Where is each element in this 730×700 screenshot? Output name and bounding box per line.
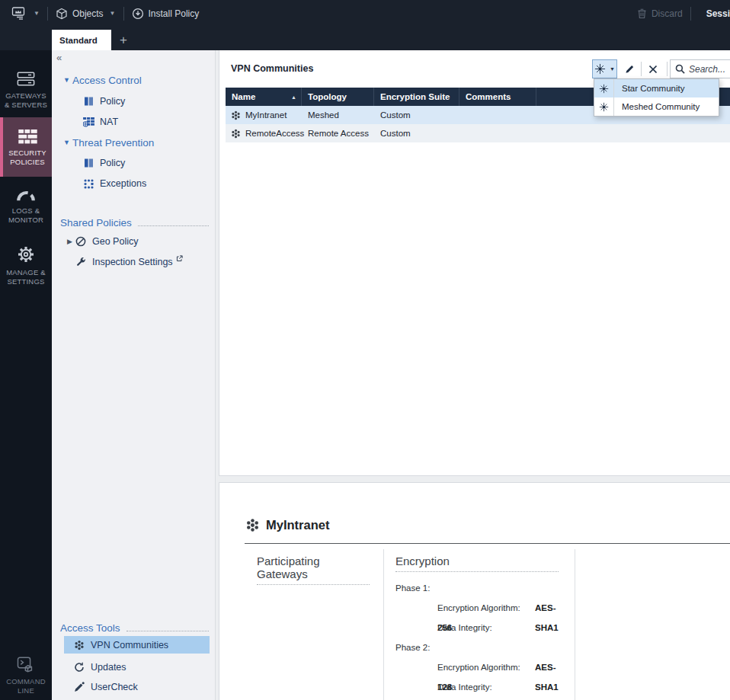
participating-gateways-section: Participating Gateways <box>257 555 371 585</box>
usercheck-icon <box>73 681 85 693</box>
tree-item-access-policy[interactable]: Policy <box>52 93 215 110</box>
smartconsole-window: ▼ Objects ▼ Install Policy <box>0 0 730 700</box>
tree-item-usercheck[interactable]: UserCheck <box>52 679 215 695</box>
geo-policy-icon <box>75 235 87 248</box>
policy-grid-icon <box>18 129 37 144</box>
wrench-icon <box>75 256 87 268</box>
sidebar-item-security-policies[interactable]: SECURITYPOLICIES <box>0 117 52 177</box>
chevron-down-icon: ▼ <box>610 66 615 72</box>
tree-section-label: Access Control <box>72 75 142 86</box>
section-header: Participating Gateways <box>257 555 370 585</box>
chevron-right-icon: ▶ <box>67 238 75 245</box>
new-tab-button[interactable]: + <box>115 30 132 50</box>
tree-item-geo-policy[interactable]: ▶ Geo Policy <box>52 233 215 250</box>
nat-grid-icon <box>82 116 94 128</box>
tree-item-updates[interactable]: Updates <box>52 659 215 676</box>
toolbar-divider <box>123 7 124 21</box>
gear-icon <box>17 245 35 264</box>
tree-item-label: Inspection Settings <box>92 257 173 267</box>
policy-nav-panel: « ▼ Access Control Policy <box>52 50 216 700</box>
tree-section-threat-prevention[interactable]: ▼ Threat Prevention <box>52 134 215 151</box>
install-policy-label: Install Policy <box>149 8 200 19</box>
cell-topology: Meshed <box>302 110 374 120</box>
servers-icon <box>16 71 36 87</box>
chevron-down-icon: ▼ <box>63 139 72 146</box>
data-integrity-row: Data Integrity:SHA1 <box>395 618 565 638</box>
tree-item-inspection-settings[interactable]: Inspection Settings <box>52 254 215 270</box>
sidebar-item-gateways-servers[interactable]: GATEWAYS& SERVERS <box>0 66 52 114</box>
top-menu-bar: ▼ Objects ▼ Install Policy <box>0 0 730 27</box>
sidebar-item-manage-settings[interactable]: MANAGE &SETTINGS <box>0 239 52 289</box>
tree-section-access-control[interactable]: ▼ Access Control <box>52 72 215 88</box>
tab-standard[interactable]: Standard <box>52 30 111 50</box>
star-community-icon <box>594 63 606 75</box>
tree-item-threat-policy[interactable]: Policy <box>52 155 215 171</box>
cell-name: MyIntranet <box>245 110 287 120</box>
terminal-icon <box>17 657 35 673</box>
tree-item-label: Updates <box>91 662 126 673</box>
menu-item-label: Meshed Community <box>614 97 700 116</box>
dotted-divider <box>138 219 209 226</box>
section-header: Encryption <box>395 555 559 572</box>
toolbar-divider <box>47 7 48 21</box>
sidebar-item-logs-monitor[interactable]: LOGS &MONITOR <box>0 184 52 230</box>
objects-label: Objects <box>72 8 104 19</box>
cell-encryption-suite: Custom <box>374 110 459 120</box>
sidebar-item-label: GATEWAYS& SERVERS <box>5 91 47 109</box>
table-row[interactable]: RemoteAccess Remote Access Custom <box>226 124 730 142</box>
tree-item-vpn-communities[interactable]: VPN Communities <box>64 636 210 654</box>
install-policy-button[interactable]: Install Policy <box>132 8 200 20</box>
tree-section-shared-policies: Shared Policies <box>52 214 215 231</box>
page-title: VPN Communities <box>231 63 313 74</box>
vpn-community-icon <box>73 639 85 651</box>
collapse-panel-button[interactable]: « <box>56 52 62 63</box>
policy-book-icon <box>82 95 94 107</box>
search-icon <box>675 64 685 74</box>
new-community-dropdown-button[interactable]: ▼ <box>592 59 617 78</box>
cell-name: RemoteAccess <box>245 129 304 138</box>
tree-item-label: NAT <box>100 117 118 127</box>
vpn-community-icon <box>245 518 260 532</box>
column-header-topology[interactable]: Topology <box>302 88 374 106</box>
chevron-down-icon: ▼ <box>34 10 40 17</box>
edit-button[interactable] <box>620 59 639 78</box>
app-menu-button[interactable]: ▼ <box>10 7 40 20</box>
column-header-comments[interactable]: Comments <box>459 88 536 106</box>
tree-section-label: Access Tools <box>60 622 120 634</box>
tree-item-partially-visible[interactable] <box>52 697 215 700</box>
tree-item-label: UserCheck <box>91 682 138 692</box>
tree-item-nat[interactable]: NAT <box>52 113 215 130</box>
primary-nav-sidebar: GATEWAYS& SERVERS SECURITYPOLICIES <box>0 50 52 700</box>
tree-section-label: Shared Policies <box>60 217 132 229</box>
discard-label: Discard <box>652 8 683 19</box>
tree-section-access-tools: Access Tools <box>52 619 215 636</box>
cell-topology: Remote Access <box>302 129 374 138</box>
dotted-divider <box>126 625 209 631</box>
data-integrity-row: Data Integrity:SHA1 <box>395 677 565 697</box>
chevron-down-icon: ▼ <box>63 76 72 84</box>
cell-encryption-suite: Custom <box>374 129 459 138</box>
encryption-section: Encryption Phase 1: Encryption Algorithm… <box>395 555 565 697</box>
install-policy-icon <box>132 8 144 20</box>
pencil-icon <box>625 64 635 74</box>
objects-menu-button[interactable]: Objects ▼ <box>56 8 116 20</box>
sidebar-item-command-line[interactable]: COMMANDLINE <box>0 652 52 700</box>
vpn-communities-panel: VPN Communities ▼ <box>219 50 730 476</box>
tree-item-label: Policy <box>100 158 125 168</box>
sidebar-item-label: SECURITYPOLICIES <box>8 149 46 166</box>
menu-item-meshed-community[interactable]: Meshed Community <box>594 97 719 116</box>
session-button[interactable]: Sessi <box>706 8 730 19</box>
sidebar-item-label: MANAGE &SETTINGS <box>6 268 46 286</box>
star-community-icon <box>594 79 614 97</box>
policy-book-icon <box>82 157 94 169</box>
vpn-community-icon <box>231 110 241 120</box>
menu-item-star-community[interactable]: Star Community <box>594 79 719 97</box>
column-header-name[interactable]: Name ▲ <box>226 88 302 106</box>
value: SHA1 <box>535 623 559 632</box>
discard-button[interactable]: Discard <box>637 8 683 19</box>
column-header-encryption-suite[interactable]: Encryption Suite <box>374 88 459 106</box>
tree-item-exceptions[interactable]: Exceptions <box>52 175 215 192</box>
search-input[interactable] <box>689 64 728 75</box>
delete-button[interactable] <box>643 59 663 78</box>
search-box <box>670 59 730 78</box>
